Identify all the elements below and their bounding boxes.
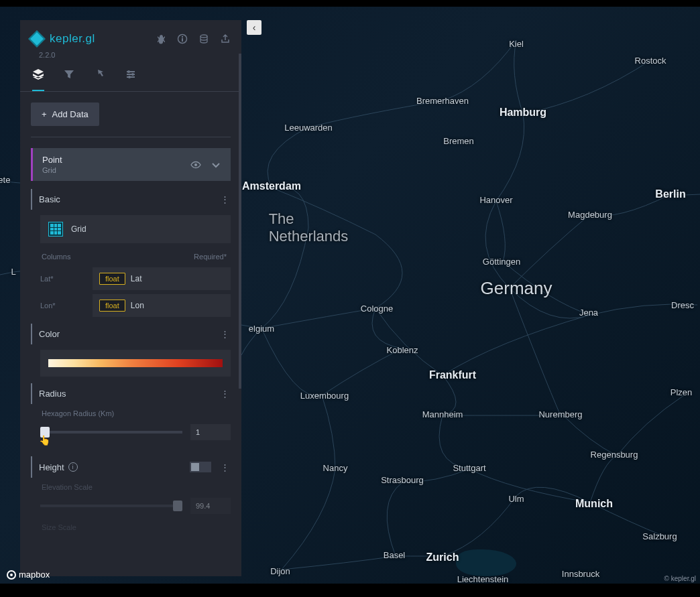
radius-sublabel: Hexagon Radius (Km) <box>42 409 231 417</box>
cursor-icon: 👆 <box>39 435 50 446</box>
city-label: Luxembourg <box>300 391 349 401</box>
add-data-button[interactable]: +Add Data <box>31 103 99 126</box>
city-label: Ulm <box>508 494 524 504</box>
columns-label: Columns <box>42 253 70 261</box>
radius-input[interactable]: 1 <box>190 424 231 440</box>
info-icon[interactable] <box>177 34 188 44</box>
divider <box>31 137 231 137</box>
radius-slider-row: 👆 1 <box>40 424 231 440</box>
logo-icon <box>28 30 45 47</box>
more-icon[interactable]: ⋮ <box>221 462 229 472</box>
columns-header: ColumnsRequired* <box>31 250 231 263</box>
mapbox-icon <box>7 570 16 580</box>
city-label: Regensburg <box>591 450 638 460</box>
svg-point-1 <box>200 35 207 38</box>
chevron-down-icon[interactable] <box>211 159 221 170</box>
grid-type-label: Grid <box>71 224 86 234</box>
info-icon[interactable]: i <box>68 462 78 472</box>
tab-filters[interactable] <box>63 68 75 91</box>
sidebar-panel: kepler.gl 2.2.0 +Add Data Point Grid <box>20 20 241 576</box>
layer-title: Point <box>42 155 62 165</box>
lon-field-select[interactable]: floatLon <box>93 294 231 317</box>
scrollbar[interactable] <box>239 54 241 389</box>
mapbox-logo: mapbox <box>7 570 50 580</box>
layer-type-selector[interactable]: Grid <box>40 215 231 243</box>
radius-slider[interactable]: 👆 <box>40 431 182 434</box>
city-label: Cologne <box>361 304 393 314</box>
city-label: Dresc <box>671 300 694 310</box>
database-icon[interactable] <box>198 34 209 44</box>
layer-card[interactable]: Point Grid <box>31 148 231 181</box>
section-height-title: Height <box>39 462 64 472</box>
lat-field-select[interactable]: floatLat <box>93 267 231 290</box>
city-label: Bremen <box>443 136 474 146</box>
city-label-major: Amsterdam <box>242 180 301 192</box>
city-label: Innsbruck <box>562 569 599 579</box>
svg-point-3 <box>131 73 134 76</box>
share-icon[interactable] <box>220 34 231 44</box>
lon-type-tag: float <box>99 300 125 312</box>
tab-layers[interactable] <box>32 68 44 91</box>
svg-point-4 <box>128 76 131 78</box>
elevation-input[interactable]: 99.4 <box>190 498 231 514</box>
color-ramp-selector[interactable] <box>40 350 231 377</box>
more-icon[interactable]: ⋮ <box>221 389 229 399</box>
add-data-label: Add Data <box>52 109 89 119</box>
city-label: Rostock <box>635 56 666 66</box>
tab-interactions[interactable] <box>94 68 106 91</box>
grid-icon <box>48 222 63 237</box>
city-label: Hanover <box>479 195 512 205</box>
city-label: Stuttgart <box>453 463 485 473</box>
eye-icon[interactable] <box>190 159 201 170</box>
lat-field-row: Lat* floatLat <box>40 267 231 290</box>
lat-field-value: Lat <box>131 274 142 283</box>
layer-subtitle: Grid <box>42 166 62 174</box>
app-version: 2.2.0 <box>39 51 241 59</box>
city-label: Plzen <box>670 387 693 397</box>
lon-field-value: Lon <box>131 301 144 310</box>
section-color-title: Color <box>39 329 60 339</box>
tab-basemap[interactable] <box>125 68 137 91</box>
country-label: The Netherlands <box>269 210 349 245</box>
slider-handle[interactable] <box>173 501 182 511</box>
more-icon[interactable]: ⋮ <box>221 329 229 339</box>
city-label: Nancy <box>323 463 348 473</box>
city-label: Salzburg <box>642 531 677 541</box>
city-label: Kiel <box>509 39 524 49</box>
city-label: Liechtenstein <box>457 574 509 584</box>
height-toggle[interactable] <box>190 462 211 472</box>
city-label-major: Zurich <box>426 551 459 563</box>
svg-point-5 <box>194 163 197 166</box>
section-height: Height i ⋮ <box>31 456 231 478</box>
city-label: Dijon <box>270 566 290 576</box>
elevation-slider-row: 99.4 <box>40 498 231 514</box>
section-radius-title: Radius <box>39 389 66 399</box>
city-label-major: Frankfurt <box>429 369 476 381</box>
more-icon[interactable]: ⋮ <box>221 194 229 204</box>
city-label: Mannheim <box>422 409 463 419</box>
elevation-label: Elevation Scale <box>42 483 231 491</box>
app-header: kepler.gl <box>20 20 241 51</box>
lat-type-tag: float <box>99 273 125 285</box>
color-ramp <box>48 359 223 367</box>
section-basic: Basic⋮ <box>31 189 231 210</box>
lat-label: Lat* <box>40 275 93 283</box>
country-label: Germany <box>481 278 552 299</box>
collapse-sidebar-button[interactable]: ‹ <box>247 20 261 35</box>
city-label: Pete <box>0 175 10 185</box>
required-label: Required* <box>194 253 227 261</box>
city-label: Nuremberg <box>538 409 582 419</box>
city-label: elgium <box>249 324 274 334</box>
city-label: Strasbourg <box>381 475 424 485</box>
app-name: kepler.gl <box>50 32 95 46</box>
section-radius: Radius⋮ <box>31 383 231 404</box>
city-label-major: Berlin <box>655 188 685 200</box>
city-label: Koblenz <box>387 345 418 355</box>
bug-icon[interactable] <box>156 34 166 44</box>
elevation-slider[interactable] <box>40 505 182 507</box>
city-label-major: Hamburg <box>500 107 546 119</box>
mapbox-label: mapbox <box>19 570 50 580</box>
sidebar-tabs <box>20 59 241 92</box>
city-label-major: Munich <box>575 498 613 510</box>
lon-field-row: Lon* floatLon <box>40 294 231 317</box>
